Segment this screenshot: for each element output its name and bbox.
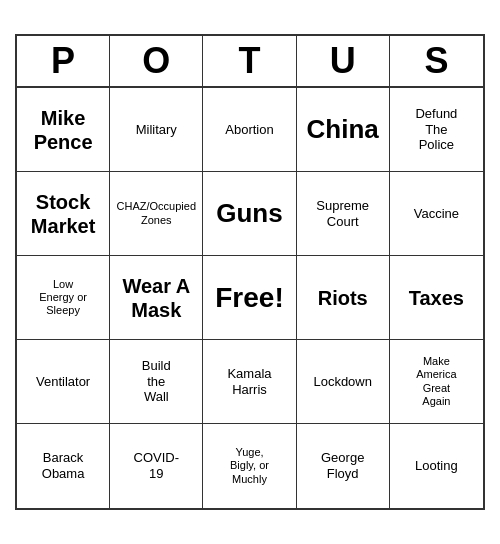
bingo-card: POTUS MikePenceMilitaryAbortionChinaDefu… xyxy=(15,34,485,510)
bingo-cell: Looting xyxy=(390,424,483,508)
bingo-cell: KamalaHarris xyxy=(203,340,296,424)
bingo-cell: COVID-19 xyxy=(110,424,203,508)
bingo-header: POTUS xyxy=(17,36,483,88)
bingo-cell: Military xyxy=(110,88,203,172)
bingo-cell: MikePence xyxy=(17,88,110,172)
bingo-cell: Ventilator xyxy=(17,340,110,424)
header-letter: P xyxy=(17,36,110,86)
header-letter: T xyxy=(203,36,296,86)
bingo-cell: Riots xyxy=(297,256,390,340)
header-letter: U xyxy=(297,36,390,86)
bingo-cell: BuildtheWall xyxy=(110,340,203,424)
bingo-cell: Guns xyxy=(203,172,296,256)
bingo-grid: MikePenceMilitaryAbortionChinaDefundTheP… xyxy=(17,88,483,508)
bingo-cell: StockMarket xyxy=(17,172,110,256)
bingo-cell: Yuge,Bigly, orMuchly xyxy=(203,424,296,508)
bingo-cell: GeorgeFloyd xyxy=(297,424,390,508)
bingo-cell: Lockdown xyxy=(297,340,390,424)
bingo-cell: China xyxy=(297,88,390,172)
bingo-cell: SupremeCourt xyxy=(297,172,390,256)
bingo-cell: Vaccine xyxy=(390,172,483,256)
bingo-cell: LowEnergy orSleepy xyxy=(17,256,110,340)
header-letter: O xyxy=(110,36,203,86)
bingo-cell: Abortion xyxy=(203,88,296,172)
bingo-cell: DefundThePolice xyxy=(390,88,483,172)
bingo-cell: Taxes xyxy=(390,256,483,340)
bingo-cell: Wear AMask xyxy=(110,256,203,340)
header-letter: S xyxy=(390,36,483,86)
bingo-cell: MakeAmericaGreatAgain xyxy=(390,340,483,424)
bingo-cell: CHAZ/OccupiedZones xyxy=(110,172,203,256)
bingo-cell: BarackObama xyxy=(17,424,110,508)
bingo-cell: Free! xyxy=(203,256,296,340)
